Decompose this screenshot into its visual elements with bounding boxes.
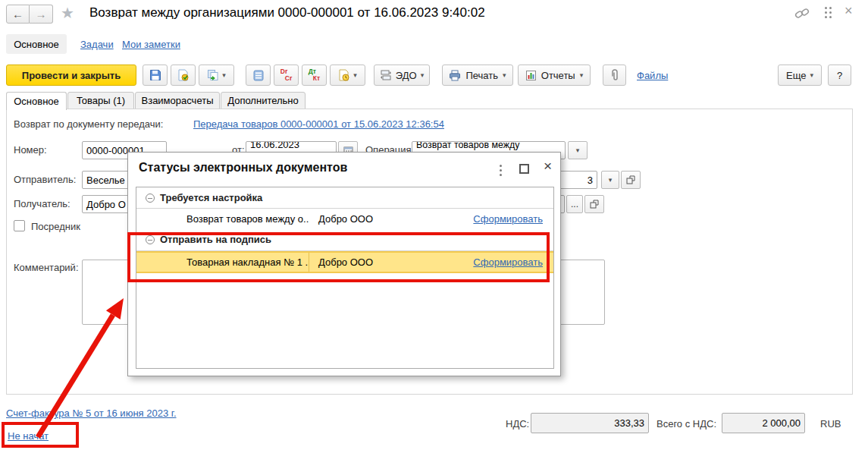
post-and-close-button[interactable]: Провести и закрыть — [6, 65, 136, 86]
dialog-title: Статусы электронных документов — [139, 161, 347, 175]
row-organization: Добро ООО — [318, 213, 373, 225]
section-send-to-sign[interactable]: Отправить на подпись — [136, 228, 553, 251]
forward-icon: → — [36, 8, 47, 20]
section-needs-setup[interactable]: Требуется настройка — [136, 187, 553, 209]
scheduled-docs-button[interactable]: ▾ — [330, 65, 365, 86]
collapse-icon — [146, 194, 155, 203]
print-label: Печать — [465, 70, 498, 81]
copy-caret-icon: ▾ — [222, 72, 226, 79]
dialog-close-icon[interactable]: × — [544, 158, 552, 175]
tab-settlements[interactable]: Взаиморасчеты — [135, 92, 220, 109]
return-doc-link[interactable]: Передача товаров 0000-000001 от 15.06.20… — [193, 118, 444, 130]
edo-status-link[interactable]: Не начат — [8, 430, 49, 442]
receiver-choose-button[interactable]: ... — [566, 195, 583, 213]
vat-label: НДС: — [506, 418, 529, 430]
save-button[interactable] — [143, 65, 168, 86]
tab-goods[interactable]: Товары (1) — [67, 92, 134, 109]
app-window: ← → ★ Возврат между организациями 0000-0… — [0, 0, 868, 450]
nav-tab-notes[interactable]: Мои заметки — [122, 39, 180, 50]
generate-link[interactable]: Сформировать — [473, 213, 543, 225]
section-title: Требуется настройка — [160, 192, 262, 203]
generate-link[interactable]: Сформировать — [473, 256, 543, 268]
more-label: Еще — [786, 70, 806, 81]
help-icon: ? — [837, 70, 842, 81]
edo-statuses-dialog: Статусы электронных документов × Требует… — [127, 152, 561, 376]
sender-caret-icon: ▾ — [609, 177, 613, 184]
section-title: Отправить на подпись — [160, 234, 271, 245]
status-row-selected[interactable]: Товарная накладная № 1 ... Добро ООО Сфо… — [136, 251, 553, 273]
favorite-star-icon[interactable]: ★ — [61, 4, 74, 22]
floppy-icon — [149, 69, 161, 81]
sender-value: Веселье — [86, 175, 125, 186]
sender-label: Отправитель: — [14, 174, 76, 185]
edo-label: ЭДО — [396, 70, 417, 81]
reports-caret-icon: ▾ — [580, 72, 584, 79]
history-nav: ← → — [6, 5, 53, 24]
forward-button[interactable]: → — [30, 5, 53, 24]
invoice-link[interactable]: Счет-фактура № 5 от 16 июня 2023 г. — [6, 408, 177, 419]
receiver-label: Получатель: — [14, 198, 71, 209]
chain-icon — [794, 7, 810, 20]
print-button[interactable]: Печать ▾ — [442, 65, 513, 86]
middleman-checkbox[interactable] — [14, 220, 25, 231]
row-organization: Добро ООО — [318, 256, 373, 268]
edo-caret-icon: ▾ — [421, 72, 425, 79]
back-icon: ← — [12, 8, 24, 20]
window-menu-icon[interactable] — [825, 7, 832, 18]
reports-label: Отчеты — [541, 70, 575, 81]
get-link-icon[interactable] — [794, 7, 810, 20]
status-list: Требуется настройка Возврат товаров межд… — [136, 187, 554, 369]
number-label: Номер: — [14, 144, 47, 156]
help-button[interactable]: ? — [828, 65, 851, 86]
page-title: Возврат между организациями 0000-000001 … — [89, 5, 485, 20]
dialog-maximize-icon[interactable] — [519, 164, 529, 174]
sender-dropdown-button[interactable]: ▾ — [601, 171, 619, 189]
total-label: Всего с НДС: — [656, 418, 716, 430]
window-close-icon[interactable]: × — [844, 3, 853, 19]
drcr-button[interactable]: Dr Cr — [274, 65, 299, 86]
dtkt-icon: Дт Кт — [309, 68, 320, 83]
post-document-button[interactable] — [171, 65, 196, 86]
more-button[interactable]: Еще ▾ — [778, 65, 822, 86]
vat-value-field: 333,33 — [531, 413, 649, 433]
dtkt-button[interactable]: Дт Кт — [302, 65, 327, 86]
middleman-label: Посредник — [31, 221, 80, 232]
status-row[interactable]: Возврат товаров между о... Добро ООО Сфо… — [136, 209, 553, 228]
sender-value-tail: 3 — [588, 175, 593, 186]
register-list-icon — [253, 70, 264, 81]
report-chart-icon — [525, 70, 537, 81]
operation-caret-icon: ▾ — [576, 147, 580, 154]
open-in-form-icon — [626, 175, 635, 184]
document-post-icon — [177, 69, 190, 81]
row-document: Возврат товаров между о... — [186, 213, 309, 225]
scheduled-caret-icon: ▾ — [353, 72, 357, 79]
receiver-open-button[interactable] — [584, 195, 604, 213]
edo-button[interactable]: ЭДО ▾ — [374, 65, 430, 86]
attachments-button[interactable] — [603, 65, 626, 86]
nav-tab-tasks[interactable]: Задачи — [80, 39, 114, 50]
collapse-icon — [146, 235, 155, 244]
currency-label: RUB — [820, 418, 841, 430]
comment-label: Комментарий: — [14, 262, 79, 273]
copy-button[interactable]: ▾ — [199, 65, 234, 86]
back-button[interactable]: ← — [6, 5, 30, 24]
files-link[interactable]: Файлы — [637, 70, 668, 81]
ellipsis-icon: ... — [571, 199, 578, 209]
document-clock-icon — [338, 69, 350, 81]
tab-main[interactable]: Основное — [6, 92, 67, 110]
edo-exchange-icon — [380, 70, 392, 80]
nav-tab-main[interactable]: Основное — [6, 34, 67, 54]
total-value-field: 2 000,00 — [722, 413, 805, 433]
dialog-menu-icon[interactable] — [500, 165, 502, 176]
register-records-button[interactable] — [246, 65, 271, 86]
open-in-form-icon — [590, 200, 599, 209]
drcr-icon: Dr Cr — [280, 68, 292, 83]
reports-button[interactable]: Отчеты ▾ — [518, 65, 591, 86]
tab-additional[interactable]: Дополнительно — [221, 92, 306, 109]
paperclip-icon — [609, 69, 620, 81]
copy-icon — [207, 69, 219, 81]
print-caret-icon: ▾ — [503, 72, 506, 79]
sender-open-button[interactable] — [621, 171, 641, 189]
row-document: Товарная накладная № 1 ... — [186, 253, 309, 272]
operation-dropdown-button[interactable]: ▾ — [568, 141, 588, 159]
